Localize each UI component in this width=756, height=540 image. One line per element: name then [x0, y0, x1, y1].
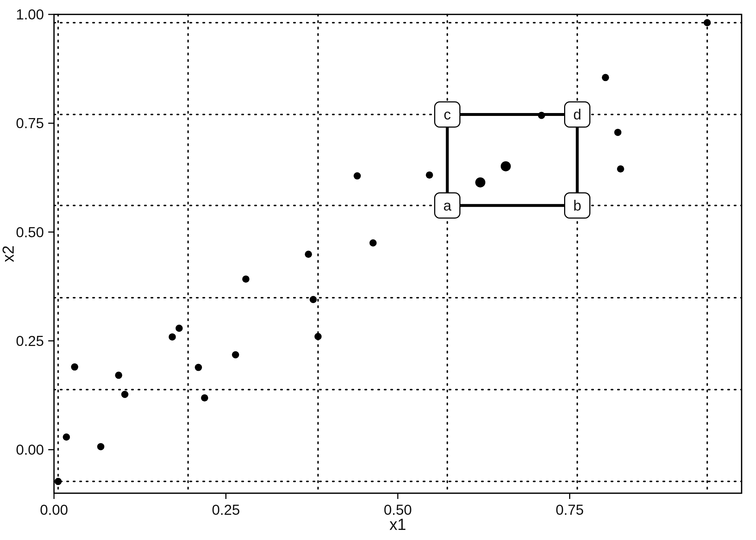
y-tick-label: 0.25	[16, 333, 44, 349]
node-label: d	[573, 107, 581, 122]
data-point	[310, 296, 317, 303]
data-point	[54, 478, 62, 485]
plot-area	[54, 14, 742, 493]
node-label: b	[573, 198, 581, 213]
data-point	[71, 363, 78, 370]
y-axis-label: x2	[0, 246, 17, 262]
data-point	[121, 391, 129, 398]
data-point	[63, 433, 70, 441]
data-point	[426, 171, 433, 179]
node-b: b	[565, 193, 590, 218]
data-point	[195, 364, 202, 371]
data-point	[314, 333, 321, 340]
y-tick-label: 0.50	[16, 224, 44, 240]
data-point	[475, 177, 485, 188]
data-point	[169, 333, 176, 341]
x-axis-label: x1	[390, 516, 406, 533]
data-point	[242, 275, 249, 283]
node-a: a	[435, 193, 460, 218]
y-tick-label: 0.00	[16, 442, 44, 458]
data-point	[369, 239, 377, 247]
data-point	[501, 161, 511, 171]
data-point	[614, 129, 621, 136]
chart-svg: 0.000.250.500.750.000.250.500.751.00x1x2…	[0, 0, 756, 540]
node-d: d	[565, 102, 590, 127]
scatter-chart: 0.000.250.500.750.000.250.500.751.00x1x2…	[0, 0, 756, 540]
y-tick-label: 0.75	[16, 115, 44, 131]
x-tick-label: 0.00	[40, 502, 68, 518]
data-point	[704, 19, 711, 26]
data-point	[354, 172, 361, 180]
data-point	[602, 74, 609, 81]
node-label: c	[444, 107, 451, 122]
x-tick-label: 0.25	[212, 502, 240, 518]
data-point	[232, 351, 239, 359]
x-tick-label: 0.75	[556, 502, 584, 518]
data-point	[97, 443, 104, 450]
y-tick-label: 1.00	[16, 6, 44, 22]
data-point	[305, 251, 312, 258]
data-point	[115, 372, 122, 379]
node-label: a	[443, 198, 451, 213]
data-point	[176, 325, 183, 332]
node-c: c	[435, 102, 460, 127]
data-point	[201, 394, 208, 401]
data-point	[617, 165, 624, 172]
